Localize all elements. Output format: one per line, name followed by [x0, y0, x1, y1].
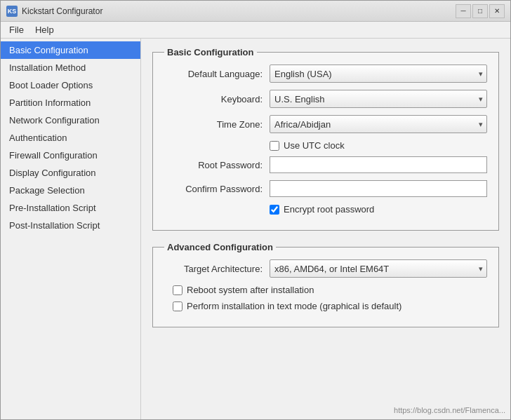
basic-config-legend: Basic Configuration: [164, 47, 257, 57]
title-bar-left: KS Kickstart Configurator: [6, 6, 102, 17]
default-language-select[interactable]: English (USA) French German Spanish: [270, 65, 487, 83]
sidebar-item-installation-method[interactable]: Installation Method: [1, 59, 140, 76]
target-arch-control: x86, AMD64, or Intel EM64T x86 (32-bit) …: [270, 259, 487, 278]
default-language-row: Default Language: English (USA) French G…: [164, 65, 487, 83]
advanced-config-section: Advanced Configuration Target Architectu…: [152, 242, 499, 327]
sidebar-item-network-configuration[interactable]: Network Configuration: [1, 111, 140, 129]
content-area: Basic Configuration Default Language: En…: [141, 39, 510, 419]
time-zone-label: Time Zone:: [164, 119, 270, 130]
time-zone-select[interactable]: Africa/Abidjan America/New_York America/…: [270, 115, 487, 133]
utc-clock-label[interactable]: Use UTC clock: [284, 140, 345, 151]
title-buttons: ─ □ ✕: [456, 4, 505, 18]
keyboard-control: U.S. English French German: [270, 90, 487, 108]
confirm-password-row: Confirm Password:: [164, 180, 487, 197]
maximize-button[interactable]: □: [472, 4, 488, 18]
sidebar-item-package-selection[interactable]: Package Selection: [1, 182, 140, 199]
encrypt-root-checkbox[interactable]: [270, 205, 279, 215]
sidebar-item-basic-configuration[interactable]: Basic Configuration: [1, 41, 140, 59]
confirm-password-control: [270, 180, 487, 197]
root-password-control: [270, 156, 487, 173]
root-password-label: Root Password:: [164, 160, 270, 170]
menu-help[interactable]: Help: [29, 22, 60, 37]
reboot-checkbox[interactable]: [173, 285, 182, 295]
target-arch-label: Target Architecture:: [164, 264, 270, 274]
default-language-control: English (USA) French German Spanish: [270, 65, 487, 83]
sidebar: Basic Configuration Installation Method …: [1, 39, 141, 419]
menu-file[interactable]: File: [4, 22, 29, 37]
encrypt-root-label[interactable]: Encrypt root password: [284, 204, 374, 215]
minimize-button[interactable]: ─: [456, 4, 471, 18]
sidebar-item-firewall-configuration[interactable]: Firewall Configuration: [1, 147, 140, 164]
sidebar-item-authentication[interactable]: Authentication: [1, 129, 140, 147]
advanced-config-legend: Advanced Configuration: [164, 242, 276, 252]
sidebar-item-pre-installation-script[interactable]: Pre-Installation Script: [1, 199, 140, 217]
title-bar: KS Kickstart Configurator ─ □ ✕: [1, 1, 510, 22]
keyboard-row: Keyboard: U.S. English French German: [164, 90, 487, 108]
sidebar-item-partition-information[interactable]: Partition Information: [1, 94, 140, 111]
reboot-row: Reboot system after installation: [173, 285, 487, 295]
text-mode-checkbox[interactable]: [173, 302, 182, 311]
text-mode-label[interactable]: Perform installation in text mode (graph…: [187, 301, 401, 311]
utc-clock-row: Use UTC clock: [270, 140, 487, 151]
app-icon: KS: [6, 6, 18, 17]
target-arch-row: Target Architecture: x86, AMD64, or Inte…: [164, 259, 487, 278]
root-password-input[interactable]: [270, 156, 487, 173]
keyboard-label: Keyboard:: [164, 94, 270, 104]
main-window: KS Kickstart Configurator ─ □ ✕ File Hel…: [0, 0, 511, 420]
target-arch-select[interactable]: x86, AMD64, or Intel EM64T x86 (32-bit) …: [270, 259, 487, 278]
text-mode-row: Perform installation in text mode (graph…: [173, 301, 487, 311]
root-password-row: Root Password:: [164, 156, 487, 173]
sidebar-item-display-configuration[interactable]: Display Configuration: [1, 164, 140, 182]
time-zone-control: Africa/Abidjan America/New_York America/…: [270, 115, 487, 133]
encrypt-root-row: Encrypt root password: [270, 204, 487, 215]
basic-config-section: Basic Configuration Default Language: En…: [152, 47, 499, 231]
keyboard-select[interactable]: U.S. English French German: [270, 90, 487, 108]
window-title: Kickstart Configurator: [22, 6, 102, 16]
time-zone-row: Time Zone: Africa/Abidjan America/New_Yo…: [164, 115, 487, 133]
default-language-label: Default Language:: [164, 69, 270, 79]
confirm-password-label: Confirm Password:: [164, 184, 270, 194]
menu-bar: File Help: [1, 22, 510, 39]
confirm-password-input[interactable]: [270, 180, 487, 197]
sidebar-item-post-installation-script[interactable]: Post-Installation Script: [1, 217, 140, 234]
watermark: https://blog.csdn.net/Flamenca...: [394, 406, 505, 414]
reboot-label[interactable]: Reboot system after installation: [187, 285, 314, 295]
utc-clock-checkbox[interactable]: [270, 141, 279, 151]
main-content: Basic Configuration Installation Method …: [1, 39, 510, 419]
sidebar-item-boot-loader-options[interactable]: Boot Loader Options: [1, 76, 140, 94]
close-button[interactable]: ✕: [489, 4, 505, 18]
